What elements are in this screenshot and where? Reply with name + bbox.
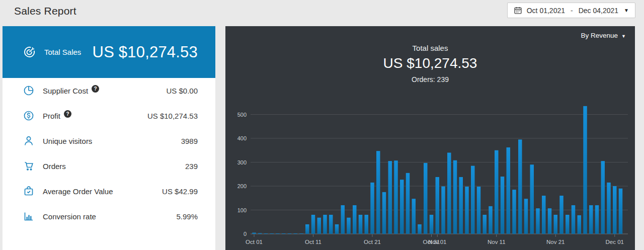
chart-bar[interactable]	[512, 190, 516, 234]
chart-bar[interactable]	[589, 205, 593, 234]
metric-row-supplier-cost[interactable]: Supplier Cost ? US $0.00	[3, 78, 215, 103]
chart-bar[interactable]	[365, 215, 369, 234]
chart-bar[interactable]	[536, 208, 540, 234]
chart-bar[interactable]	[341, 205, 345, 234]
chart-bar[interactable]	[329, 215, 333, 234]
help-icon[interactable]: ?	[64, 110, 71, 118]
chart-bar[interactable]	[583, 106, 587, 234]
chart-bar[interactable]	[305, 224, 309, 234]
chart-bar[interactable]	[465, 187, 469, 234]
chart-bar[interactable]	[607, 183, 611, 234]
chart-bar[interactable]	[542, 196, 546, 234]
chart-bar[interactable]	[323, 215, 327, 234]
page-title: Sales Report	[14, 5, 76, 17]
chart-bar[interactable]	[453, 160, 457, 234]
x-tick-label: Oct 01	[246, 239, 263, 245]
chart-bar[interactable]	[471, 166, 475, 234]
metric-row-profit[interactable]: Profit ? US $10,274.53	[3, 103, 215, 128]
chart-bar[interactable]	[252, 233, 256, 234]
column-chart-icon	[23, 210, 35, 222]
chart-bar[interactable]	[382, 192, 386, 234]
y-tick-label: 0	[244, 231, 247, 237]
metric-value: US $42.99	[162, 187, 198, 196]
metric-value: 239	[185, 162, 198, 171]
chart-bar[interactable]	[311, 215, 315, 234]
chart-bar[interactable]	[258, 233, 262, 234]
chart-bar[interactable]	[495, 150, 499, 234]
chart-bar[interactable]	[447, 153, 451, 234]
chart-bar[interactable]	[264, 233, 268, 234]
sales-summary-card: Total Sales US $10,274.53 Supplier Cost …	[3, 26, 215, 250]
chart-bar[interactable]	[430, 215, 434, 234]
chart-bar[interactable]	[554, 215, 558, 234]
y-tick-label: 500	[237, 112, 247, 118]
metric-value: 3989	[181, 137, 198, 145]
chart-bar[interactable]	[294, 233, 298, 234]
chart-bar[interactable]	[507, 147, 511, 234]
chart-bar[interactable]	[524, 199, 528, 234]
chart-bar[interactable]	[548, 208, 552, 234]
chart-bar[interactable]	[388, 161, 392, 234]
chart-bar[interactable]	[288, 233, 292, 234]
chart-bar[interactable]	[412, 199, 416, 234]
metric-value: US $10,274.53	[147, 112, 198, 120]
chart-bar[interactable]	[572, 205, 576, 234]
chart-bar[interactable]	[359, 215, 363, 234]
chart-bar[interactable]	[477, 187, 481, 234]
metric-row-unique-visitors[interactable]: Unique visitors 3989	[3, 128, 215, 153]
chart-bar[interactable]	[459, 177, 463, 234]
dollar-circle-icon	[23, 110, 35, 122]
revenue-bar-chart[interactable]: 0100200300400500Oct 01Oct 11Oct 21Oct 31…	[225, 26, 635, 250]
chart-bar[interactable]	[578, 215, 582, 234]
chart-bar[interactable]	[424, 163, 428, 234]
chart-bar[interactable]	[595, 205, 599, 234]
chart-bar[interactable]	[483, 215, 487, 234]
chart-bar[interactable]	[335, 224, 339, 234]
chart-bar[interactable]	[317, 218, 321, 234]
chart-bar[interactable]	[441, 186, 445, 234]
chart-bar[interactable]	[400, 180, 404, 234]
chart-bar[interactable]	[406, 173, 410, 234]
chart-bar[interactable]	[276, 233, 280, 234]
chart-bar[interactable]	[282, 233, 286, 234]
chart-bar[interactable]	[418, 224, 422, 234]
chart-bar[interactable]	[501, 177, 505, 234]
chart-bar[interactable]	[566, 215, 570, 234]
chart-bar[interactable]	[613, 186, 617, 234]
y-tick-label: 200	[237, 183, 247, 189]
chart-bar[interactable]	[394, 160, 398, 234]
metric-row-average-order-value[interactable]: Average Order Value US $42.99	[3, 179, 215, 204]
total-sales-value: US $10,274.53	[93, 43, 198, 61]
chart-bar[interactable]	[270, 233, 274, 234]
chart-bar[interactable]	[619, 189, 623, 234]
chart-bar[interactable]	[353, 205, 357, 234]
chart-bar[interactable]	[559, 196, 564, 234]
metric-label: Average Order Value	[43, 187, 113, 196]
x-tick-label: Dec 01	[606, 239, 624, 245]
chart-bar[interactable]	[601, 161, 605, 234]
total-sales-highlight[interactable]: Total Sales US $10,274.53	[3, 26, 215, 78]
chart-bar[interactable]	[436, 177, 440, 234]
help-icon[interactable]: ?	[92, 85, 99, 93]
person-icon	[23, 135, 35, 147]
chart-bar[interactable]	[518, 139, 522, 234]
metric-label: Conversion rate	[43, 212, 96, 221]
chevron-down-icon: ▼	[624, 8, 629, 13]
chart-bar[interactable]	[376, 151, 380, 234]
metric-row-orders[interactable]: Orders 239	[3, 153, 215, 179]
x-tick-label: Nov 11	[488, 239, 506, 245]
chart-bar[interactable]	[489, 206, 493, 234]
y-tick-label: 400	[237, 135, 247, 141]
metric-label: Profit	[43, 112, 60, 120]
chart-bar[interactable]	[370, 183, 374, 234]
date-range-start: Oct 01,2021	[527, 7, 565, 15]
chart-bar[interactable]	[299, 233, 303, 234]
chart-bar[interactable]	[530, 164, 534, 234]
total-sales-label: Total Sales	[44, 48, 81, 56]
metric-row-conversion-rate[interactable]: Conversion rate 5.99%	[3, 204, 215, 229]
y-tick-label: 100	[237, 207, 247, 213]
metric-label: Supplier Cost	[43, 87, 88, 95]
date-range-picker[interactable]: Oct 01,2021 - Dec 04,2021 ▼	[507, 3, 635, 18]
sales-chart-panel: By Revenue ▼ Total sales US $10,274.53 O…	[225, 26, 635, 250]
chart-bar[interactable]	[347, 218, 351, 234]
